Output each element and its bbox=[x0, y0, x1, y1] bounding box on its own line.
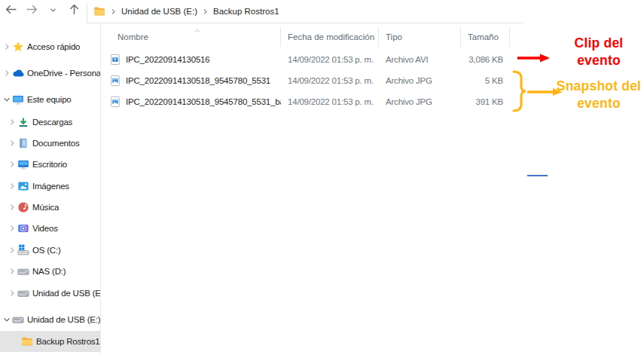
snapshot-del-evento-label: Snapshot del evento bbox=[555, 78, 642, 112]
sidebar-item-label: Unidad de USB (E:) bbox=[32, 289, 100, 298]
chevron-right-icon[interactable] bbox=[7, 182, 17, 191]
column-header-label: Fecha de modificación bbox=[288, 32, 374, 41]
breadcrumb-segment-drive[interactable]: Unidad de USB (E:) bbox=[121, 7, 197, 16]
chevron-right-icon[interactable] bbox=[7, 289, 17, 298]
sidebar-item-musica[interactable]: Música bbox=[0, 197, 100, 218]
column-header-tamano[interactable]: Tamaño bbox=[461, 27, 510, 47]
sidebar-item-backup-rostros1[interactable]: Backup Rostros1 bbox=[0, 331, 100, 352]
image-file-icon bbox=[109, 96, 121, 108]
file-date: 14/09/2022 01:53 p. m. bbox=[281, 76, 379, 85]
breadcrumb: Unidad de USB (E:) Backup Rostros1 bbox=[87, 0, 279, 23]
sort-ascending-icon bbox=[194, 27, 201, 35]
column-header-label: Tipo bbox=[386, 32, 402, 41]
clip-del-evento-label: Clip del evento bbox=[558, 35, 639, 69]
sidebar-item-documentos[interactable]: Documentos bbox=[0, 133, 100, 154]
drive-icon bbox=[17, 265, 29, 277]
chevron-right-icon[interactable] bbox=[7, 118, 17, 127]
sidebar-item-usb-e-expanded[interactable]: Unidad de USB (E:) bbox=[0, 309, 100, 330]
sidebar-item-label: Documentos bbox=[32, 139, 80, 148]
file-date: 14/09/2022 01:53 p. m. bbox=[281, 55, 379, 64]
blue-divider-line bbox=[527, 175, 548, 176]
column-header-tipo[interactable]: Tipo bbox=[379, 27, 461, 47]
this-pc-icon bbox=[12, 93, 24, 106]
pictures-icon bbox=[17, 180, 29, 192]
folder-icon bbox=[21, 335, 33, 347]
chevron-right-icon[interactable] bbox=[2, 69, 11, 78]
chevron-right-icon[interactable] bbox=[7, 224, 17, 233]
nav-buttons bbox=[2, 2, 83, 20]
file-size: 5 KB bbox=[461, 76, 510, 85]
back-button[interactable] bbox=[2, 2, 20, 20]
chevron-down-icon[interactable] bbox=[2, 315, 11, 324]
sidebar-item-label: OS (C:) bbox=[32, 246, 61, 255]
navigation-pane: Acceso rápido OneDrive - Personal Este e… bbox=[0, 23, 100, 355]
sidebar-item-usb-e[interactable]: Unidad de USB (E:) bbox=[0, 283, 100, 304]
column-headers: Nombre Fecha de modificación Tipo Tamaño bbox=[101, 27, 510, 47]
column-header-fecha[interactable]: Fecha de modificación bbox=[281, 27, 379, 47]
music-icon bbox=[17, 201, 29, 213]
sidebar-item-label: Descargas bbox=[32, 118, 72, 127]
sidebar-item-label: Escritorio bbox=[32, 160, 67, 169]
breadcrumb-chevron-icon[interactable] bbox=[110, 8, 117, 15]
up-arrow-icon bbox=[68, 3, 81, 18]
image-file-icon bbox=[109, 75, 121, 87]
chevron-right-icon[interactable] bbox=[7, 246, 17, 255]
chevron-right-icon[interactable] bbox=[7, 139, 17, 148]
file-row-avi[interactable]: IPC_20220914130516 14/09/2022 01:53 p. m… bbox=[101, 49, 523, 70]
sidebar-item-este-equipo[interactable]: Este equipo bbox=[0, 89, 100, 110]
file-rows: IPC_20220914130516 14/09/2022 01:53 p. m… bbox=[101, 49, 523, 112]
chevron-right-icon[interactable] bbox=[7, 160, 17, 169]
sidebar-item-escritorio[interactable]: Escritorio bbox=[0, 154, 100, 175]
documents-icon bbox=[17, 137, 29, 149]
sidebar-item-label: Acceso rápido bbox=[27, 42, 80, 51]
file-type: Archivo JPG bbox=[379, 97, 461, 106]
sidebar-item-os-c[interactable]: OS (C:) bbox=[0, 240, 100, 261]
column-header-label: Tamaño bbox=[468, 32, 499, 41]
chevron-right-icon[interactable] bbox=[7, 267, 17, 276]
onedrive-cloud-icon bbox=[12, 67, 24, 79]
sidebar-item-label: Videos bbox=[32, 224, 58, 233]
sidebar-item-label: OneDrive - Personal bbox=[27, 69, 100, 78]
back-arrow-icon bbox=[5, 3, 17, 18]
sidebar-item-label: Backup Rostros1 bbox=[36, 337, 100, 346]
sidebar-item-acceso-rapido[interactable]: Acceso rápido bbox=[0, 36, 100, 57]
sidebar-item-label: Música bbox=[32, 203, 59, 212]
downloads-icon bbox=[17, 116, 29, 128]
forward-arrow-icon bbox=[26, 3, 38, 18]
breadcrumb-segment-folder[interactable]: Backup Rostros1 bbox=[213, 7, 279, 16]
chevron-down-icon[interactable] bbox=[2, 95, 11, 104]
chevron-down-icon bbox=[49, 5, 57, 17]
sidebar-item-onedrive[interactable]: OneDrive - Personal bbox=[0, 63, 100, 84]
sidebar-item-label: Imágenes bbox=[32, 182, 69, 191]
file-name: IPC_20220914130516 bbox=[126, 55, 210, 64]
file-row-jpg-1[interactable]: IPC_20220914130518_9545780_5531 14/09/20… bbox=[101, 70, 523, 91]
video-file-icon bbox=[109, 54, 121, 66]
file-type: Archivo JPG bbox=[379, 76, 461, 85]
sidebar-item-nas-d[interactable]: NAS (D:) bbox=[0, 261, 100, 282]
column-header-nombre[interactable]: Nombre bbox=[101, 27, 281, 47]
file-size: 391 KB bbox=[461, 97, 510, 106]
sidebar-item-videos[interactable]: Videos bbox=[0, 218, 100, 239]
column-header-label: Nombre bbox=[118, 32, 148, 41]
breadcrumb-chevron-icon[interactable] bbox=[202, 8, 209, 15]
file-row-jpg-2[interactable]: IPC_20220914130518_9545780_5531_back... … bbox=[101, 91, 523, 112]
up-button[interactable] bbox=[65, 2, 83, 20]
file-name: IPC_20220914130518_9545780_5531_back... bbox=[126, 97, 281, 106]
file-list-pane: Nombre Fecha de modificación Tipo Tamaño… bbox=[101, 23, 523, 355]
sidebar-item-label: Este equipo bbox=[27, 95, 72, 104]
file-date: 14/09/2022 01:53 p. m. bbox=[281, 97, 379, 106]
forward-button[interactable] bbox=[23, 2, 41, 20]
file-name: IPC_20220914130518_9545780_5531 bbox=[126, 76, 270, 85]
breadcrumb-folder-icon bbox=[93, 5, 105, 17]
red-arrow-icon bbox=[517, 53, 551, 66]
star-icon bbox=[12, 41, 24, 53]
sidebar-item-descargas[interactable]: Descargas bbox=[0, 112, 100, 133]
sidebar-item-imagenes[interactable]: Imágenes bbox=[0, 176, 100, 197]
recent-locations-button[interactable] bbox=[44, 2, 62, 20]
chevron-right-icon[interactable] bbox=[7, 203, 17, 212]
videos-icon bbox=[17, 222, 29, 234]
sidebar-item-label: Unidad de USB (E:) bbox=[27, 315, 100, 324]
orange-bracket-icon bbox=[511, 70, 526, 115]
sidebar-item-label: NAS (D:) bbox=[32, 267, 66, 276]
chevron-right-icon[interactable] bbox=[2, 42, 11, 51]
